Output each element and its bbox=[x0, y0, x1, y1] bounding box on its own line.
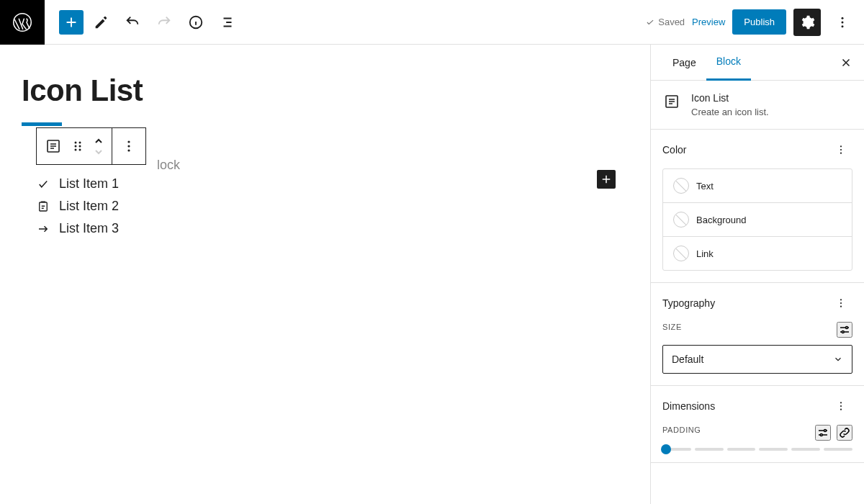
edit-mode-icon[interactable] bbox=[86, 8, 115, 37]
typography-panel-menu[interactable] bbox=[835, 294, 852, 312]
options-button[interactable] bbox=[828, 8, 857, 37]
wordpress-logo[interactable] bbox=[0, 0, 45, 45]
svg-point-25 bbox=[840, 402, 842, 403]
gear-icon bbox=[799, 14, 815, 30]
close-icon bbox=[840, 56, 852, 69]
block-placeholder-text: lock bbox=[157, 158, 180, 173]
undo-button[interactable] bbox=[118, 8, 147, 37]
padding-link-icon[interactable] bbox=[837, 425, 852, 441]
svg-point-29 bbox=[820, 434, 822, 436]
list-item-text: List Item 3 bbox=[59, 221, 119, 236]
padding-sliders-icon[interactable] bbox=[815, 425, 831, 441]
svg-rect-15 bbox=[40, 202, 48, 211]
block-info-panel: Icon List Create an icon list. bbox=[651, 81, 864, 130]
block-title: Icon List bbox=[691, 92, 769, 104]
panel-heading: Dimensions bbox=[662, 400, 715, 412]
color-label: Background bbox=[696, 215, 746, 225]
sliders-icon bbox=[816, 426, 829, 439]
kebab-icon bbox=[835, 297, 847, 309]
svg-point-8 bbox=[75, 145, 77, 148]
drag-handle-icon[interactable] bbox=[66, 134, 90, 158]
check-icon bbox=[645, 17, 655, 27]
color-swatch-none bbox=[673, 212, 689, 228]
slider-handle[interactable] bbox=[661, 444, 671, 454]
svg-point-19 bbox=[840, 153, 842, 154]
svg-point-14 bbox=[127, 149, 130, 151]
move-down-button[interactable] bbox=[90, 146, 107, 157]
list-item[interactable]: List Item 3 bbox=[36, 221, 614, 236]
svg-point-22 bbox=[840, 306, 842, 307]
block-wrapper: lock List Item 1 List Item 2 List Item 3 bbox=[22, 148, 629, 236]
outline-button[interactable] bbox=[213, 8, 242, 37]
svg-point-9 bbox=[79, 145, 81, 148]
select-value: Default bbox=[672, 354, 703, 365]
svg-point-26 bbox=[840, 405, 842, 407]
publish-button[interactable]: Publish bbox=[732, 9, 786, 35]
panel-heading: Typography bbox=[662, 297, 715, 309]
svg-point-11 bbox=[79, 149, 81, 151]
block-description: Create an icon list. bbox=[691, 107, 769, 117]
svg-point-21 bbox=[840, 302, 842, 304]
close-sidebar-button[interactable] bbox=[840, 56, 852, 69]
svg-point-17 bbox=[840, 145, 842, 147]
svg-point-12 bbox=[127, 140, 130, 143]
list-item-text: List Item 2 bbox=[59, 199, 119, 214]
svg-point-23 bbox=[846, 327, 848, 329]
tab-page[interactable]: Page bbox=[662, 45, 706, 81]
svg-point-18 bbox=[840, 149, 842, 150]
svg-point-10 bbox=[75, 149, 77, 151]
icon-list-icon bbox=[662, 92, 681, 111]
color-swatch-none bbox=[673, 178, 689, 194]
dimensions-panel: Dimensions Padding bbox=[651, 386, 864, 463]
redo-button[interactable] bbox=[150, 8, 179, 37]
dimensions-panel-menu[interactable] bbox=[835, 397, 852, 415]
move-up-button[interactable] bbox=[90, 135, 107, 146]
kebab-icon bbox=[835, 144, 847, 156]
assignment-icon bbox=[36, 200, 50, 213]
padding-slider[interactable] bbox=[662, 448, 852, 451]
kebab-icon bbox=[835, 400, 847, 412]
list-item-text: List Item 1 bbox=[59, 176, 119, 192]
size-label: Size bbox=[662, 323, 682, 331]
padding-label: Padding bbox=[662, 426, 701, 434]
info-button[interactable] bbox=[181, 8, 210, 37]
page-title[interactable]: Icon List bbox=[22, 73, 629, 108]
color-label: Text bbox=[696, 181, 714, 192]
check-icon bbox=[36, 178, 50, 191]
list-item[interactable]: List Item 1 bbox=[36, 176, 614, 192]
svg-point-4 bbox=[842, 25, 844, 27]
svg-point-27 bbox=[840, 409, 842, 410]
chevron-down-icon bbox=[833, 354, 843, 364]
preview-button[interactable]: Preview bbox=[692, 17, 725, 27]
editor-canvas: Icon List bbox=[0, 45, 650, 504]
tab-block[interactable]: Block bbox=[706, 45, 751, 81]
svg-point-7 bbox=[79, 142, 81, 144]
typography-panel: Typography Size Default bbox=[651, 283, 864, 386]
svg-point-28 bbox=[824, 430, 827, 432]
settings-button[interactable] bbox=[793, 9, 821, 36]
block-type-icon[interactable] bbox=[41, 134, 66, 158]
color-row-background[interactable]: Background bbox=[663, 202, 852, 236]
size-settings-icon[interactable] bbox=[837, 322, 852, 338]
sidebar-tabs: Page Block bbox=[651, 45, 864, 81]
color-row-link[interactable]: Link bbox=[663, 236, 852, 270]
svg-point-2 bbox=[842, 17, 844, 19]
saved-status: Saved bbox=[645, 17, 685, 27]
font-size-select[interactable]: Default bbox=[662, 345, 852, 374]
add-block-button[interactable] bbox=[59, 10, 84, 35]
color-panel-menu[interactable] bbox=[835, 141, 852, 158]
color-label: Link bbox=[696, 248, 714, 259]
block-options-button[interactable] bbox=[117, 134, 141, 158]
color-row-text[interactable]: Text bbox=[663, 169, 852, 202]
kebab-icon bbox=[835, 15, 850, 30]
settings-sidebar: Page Block Icon List Create an icon list… bbox=[650, 45, 864, 504]
topbar: Saved Preview Publish bbox=[0, 0, 864, 45]
svg-point-20 bbox=[840, 299, 842, 300]
link-icon bbox=[838, 426, 851, 439]
svg-point-13 bbox=[127, 145, 130, 147]
add-block-inline-button[interactable] bbox=[597, 170, 616, 189]
list-item[interactable]: List Item 2 bbox=[36, 199, 614, 214]
panel-heading: Color bbox=[662, 144, 686, 156]
svg-point-3 bbox=[842, 21, 844, 23]
arrow-right-icon bbox=[36, 222, 50, 235]
